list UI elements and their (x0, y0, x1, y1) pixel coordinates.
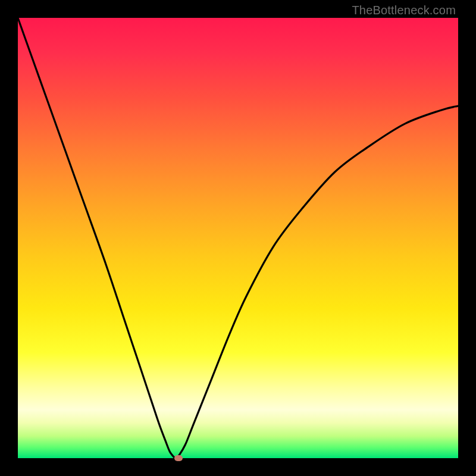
curve-svg (18, 18, 458, 458)
plot-area (18, 18, 458, 458)
chart-frame: TheBottleneck.com (0, 0, 476, 476)
optimal-point-marker (174, 455, 183, 461)
watermark-text: TheBottleneck.com (352, 4, 456, 17)
bottleneck-curve (18, 18, 458, 458)
